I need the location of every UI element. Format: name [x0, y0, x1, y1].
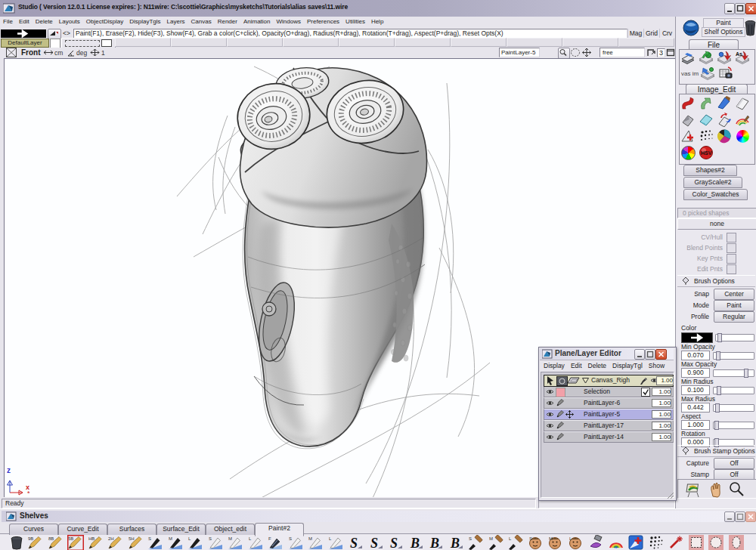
save-blue-icon[interactable] [717, 51, 733, 66]
layer-row-paintlayer-5[interactable]: PaintLayer-51.00 [544, 409, 674, 420]
trash-icon[interactable] [745, 19, 756, 36]
canvas-plane-row[interactable]: Canvas_Righ1.00 [544, 375, 674, 387]
menu-canvas[interactable]: Canvas [188, 17, 215, 29]
shelf-item-face-m[interactable]: M [548, 535, 565, 550]
stamp-row-value-capture[interactable]: Off [714, 458, 754, 469]
color-flyout-button[interactable] [48, 29, 61, 39]
layer-editor-menu-displaytgl[interactable]: DisplayTgl [609, 360, 646, 369]
zoom-tool-icon[interactable] [558, 48, 570, 59]
pencil-mini-icon[interactable] [556, 422, 564, 429]
slider-track-max-radius[interactable] [713, 404, 754, 412]
menu-layers[interactable]: Layers [164, 17, 188, 29]
hand-icon[interactable] [708, 481, 723, 498]
shelf-item-callig-s[interactable]: S [348, 535, 364, 550]
hsv-ball-icon[interactable]: HSV [699, 145, 715, 160]
window-count-field[interactable]: 3 [657, 48, 665, 57]
visibility-eye-icon[interactable] [546, 388, 554, 395]
slider-value-aspect[interactable]: 1.000 [681, 420, 710, 430]
expand-arrow-icon[interactable] [582, 378, 589, 384]
brush-stamp-header[interactable]: Brush Stamp Options [677, 445, 755, 457]
layer-editor-maximize[interactable] [645, 349, 655, 360]
visibility-eye-icon[interactable] [546, 400, 554, 406]
layer-opacity[interactable]: 1.00 [652, 399, 671, 407]
shelf-item-pen-m[interactable]: M [168, 535, 184, 550]
paint-layer-field[interactable]: PaintLayer-5 [499, 48, 540, 57]
menu-displaytgls[interactable]: DisplayTgls [126, 17, 163, 29]
visibility-eye-icon[interactable] [546, 434, 554, 440]
canvas-plane-opacity[interactable]: 1.00 [656, 376, 674, 385]
menu-objectdisplay[interactable]: ObjectDisplay [83, 17, 126, 29]
shelf-item-face-l[interactable]: L [569, 535, 585, 550]
shelf-item-brush-s[interactable]: S [468, 535, 485, 550]
spray-dots-icon[interactable] [699, 128, 715, 144]
triangle-redplus-icon[interactable] [680, 128, 697, 144]
free-mode-field[interactable]: free [600, 48, 645, 57]
menu-delete[interactable]: Delete [33, 17, 56, 29]
menu-animation[interactable]: Animation [240, 17, 274, 29]
layer-opacity[interactable]: 1.00 [652, 410, 671, 419]
brush-row-value-mode[interactable]: Paint [714, 300, 754, 311]
layer-opacity[interactable]: 1.00 [652, 433, 671, 441]
shelf-item-rainbow[interactable] [609, 535, 625, 550]
resize-grip[interactable] [668, 493, 674, 499]
shelf-item-callig-b[interactable]: B [428, 535, 445, 550]
shelf-item-pen-s[interactable]: S [147, 535, 164, 550]
open-green-icon[interactable] [699, 51, 715, 66]
shelf-tab-paint-2[interactable]: Paint#2 [255, 523, 304, 536]
shelf-item-pencil-8b[interactable]: 8B [48, 535, 64, 550]
slider-value-max-opacity[interactable]: 0.900 [681, 368, 710, 378]
brush-color-swatch[interactable] [681, 332, 713, 343]
shelf-item-wpen-s[interactable]: S [288, 535, 305, 550]
shelf-item-wpen-l[interactable]: L [248, 535, 265, 550]
shelf-tab-curve-edit[interactable]: Curve_Edit [58, 524, 107, 535]
pick-cursor-icon[interactable] [546, 376, 555, 385]
minimize-button[interactable] [724, 3, 735, 14]
grid-camera-icon[interactable] [718, 66, 735, 82]
page-gray-icon[interactable] [680, 112, 697, 127]
brush-row-value-snap[interactable]: Center [714, 289, 754, 300]
color-slider[interactable] [715, 334, 754, 341]
pencil-mini-icon[interactable] [556, 410, 564, 418]
layer-editor-close[interactable] [655, 349, 667, 360]
layer-row-selection[interactable]: Selection1.00 [544, 386, 674, 397]
menu-windows[interactable]: Windows [274, 17, 304, 29]
shelf-item-callig-s[interactable]: S [388, 535, 404, 550]
single-window-icon[interactable] [666, 48, 675, 57]
marquee-tool-well[interactable] [61, 38, 116, 48]
shelf-item-brush-l[interactable]: L [508, 535, 525, 550]
ribbon-red-icon[interactable] [680, 95, 697, 110]
paint-sphere-icon[interactable] [682, 19, 700, 37]
layer-editor-minimize[interactable] [634, 349, 645, 360]
menu-edit[interactable]: Edit [16, 17, 33, 29]
shelf-item-mq-circle[interactable] [708, 535, 725, 550]
easel-icon[interactable] [686, 481, 702, 498]
rainbow-brush-icon[interactable] [735, 112, 751, 127]
layer-row-paintlayer-6[interactable]: PaintLayer-61.00 [544, 397, 674, 409]
shelf-item-fpen-f[interactable]: F [268, 535, 284, 550]
layer-editor-menu-delete[interactable]: Delete [585, 360, 610, 369]
shelf-item-wand[interactable] [668, 535, 685, 550]
visibility-eye-icon[interactable] [546, 422, 554, 429]
plane-icon[interactable] [568, 376, 580, 385]
page-cyan-icon[interactable] [699, 112, 715, 127]
brush-options-header[interactable]: Brush Options [677, 275, 755, 287]
layer-checkbox[interactable] [641, 388, 650, 397]
shelf-header-line2[interactable]: Shelf Options [702, 27, 745, 37]
shelf-item-bluecross[interactable] [628, 535, 645, 550]
shelf-tab-surfaces[interactable]: Surfaces [107, 524, 156, 535]
slider-track-aspect[interactable] [713, 422, 754, 429]
shelf-item-wpen-m[interactable]: M [228, 535, 244, 550]
layer-opacity[interactable]: 1.00 [652, 422, 671, 430]
shelves-close-button[interactable] [745, 511, 756, 522]
shelf-item-mq-rect[interactable] [689, 535, 705, 550]
close-button[interactable] [745, 3, 756, 14]
none-strip[interactable]: none [677, 218, 756, 230]
new-canvas-icon[interactable] [680, 51, 697, 66]
current-color-chip[interactable] [1, 29, 46, 38]
visibility-eye-icon[interactable] [546, 411, 554, 418]
shelf-item-pencil-5b[interactable]: 5B [67, 535, 84, 550]
shelf-item-pencil-5h[interactable]: 5H [128, 535, 144, 550]
collapsed-tab-grayscale-2[interactable]: GrayScale#2 [683, 177, 742, 188]
plane-circle-button[interactable] [556, 376, 568, 386]
brush-mini-icon[interactable] [640, 376, 649, 385]
